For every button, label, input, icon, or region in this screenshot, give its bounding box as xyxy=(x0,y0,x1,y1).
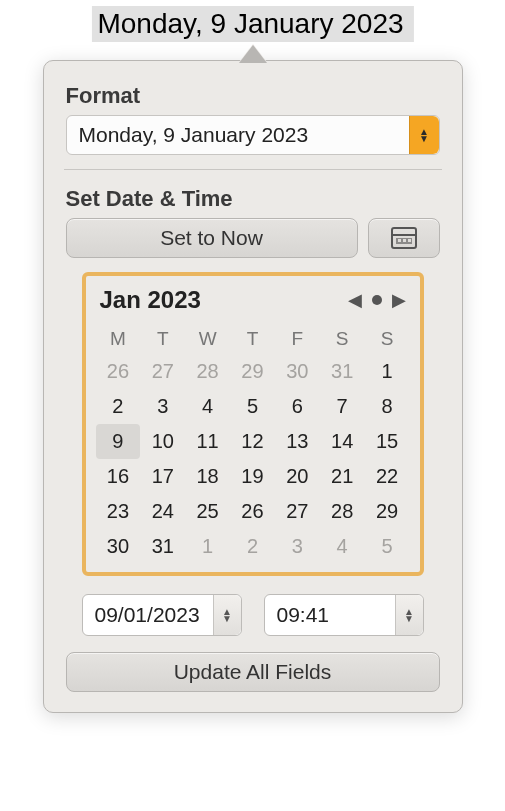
calendar-day[interactable]: 25 xyxy=(185,494,230,529)
calendar-day[interactable]: 31 xyxy=(140,529,185,564)
calendar-day[interactable]: 20 xyxy=(275,459,320,494)
format-label: Format xyxy=(66,83,440,109)
calendar-day[interactable]: 4 xyxy=(320,529,365,564)
time-stepper-icon[interactable]: ▲▼ xyxy=(395,595,423,635)
calendar-day[interactable]: 1 xyxy=(365,354,410,389)
calendar-day[interactable]: 1 xyxy=(185,529,230,564)
date-input[interactable]: 09/01/2023 ▲▼ xyxy=(82,594,242,636)
calendar-day[interactable]: 30 xyxy=(275,354,320,389)
calendar-day[interactable]: 31 xyxy=(320,354,365,389)
calendar-day[interactable]: 14 xyxy=(320,424,365,459)
date-input-value: 09/01/2023 xyxy=(95,603,200,627)
calendar-day[interactable]: 4 xyxy=(185,389,230,424)
time-input[interactable]: 09:41 ▲▼ xyxy=(264,594,424,636)
calendar-month-title: Jan 2023 xyxy=(100,286,201,314)
time-input-value: 09:41 xyxy=(277,603,330,627)
calendar-day[interactable]: 7 xyxy=(320,389,365,424)
update-all-fields-button[interactable]: Update All Fields xyxy=(66,652,440,692)
calendar-day[interactable]: 28 xyxy=(185,354,230,389)
calendar-day[interactable]: 12 xyxy=(230,424,275,459)
weekday-header: S xyxy=(365,324,410,354)
date-time-popover: Format Monday, 9 January 2023 ▲▼ Set Dat… xyxy=(43,60,463,713)
calendar-day[interactable]: 30 xyxy=(96,529,141,564)
prev-month-icon[interactable]: ◀ xyxy=(348,289,362,311)
calendar-day[interactable]: 11 xyxy=(185,424,230,459)
weekday-header: S xyxy=(320,324,365,354)
format-selected-value: Monday, 9 January 2023 xyxy=(79,123,309,147)
calendar-day[interactable]: 2 xyxy=(96,389,141,424)
weekday-header: F xyxy=(275,324,320,354)
calendar-day[interactable]: 23 xyxy=(96,494,141,529)
calendar-day[interactable]: 10 xyxy=(140,424,185,459)
calendar-day[interactable]: 2 xyxy=(230,529,275,564)
calendar-day[interactable]: 24 xyxy=(140,494,185,529)
calendar-day[interactable]: 22 xyxy=(365,459,410,494)
calendar-day[interactable]: 13 xyxy=(275,424,320,459)
calendar-day[interactable]: 27 xyxy=(275,494,320,529)
calendar-day[interactable]: 3 xyxy=(275,529,320,564)
calendar-day[interactable]: 26 xyxy=(96,354,141,389)
format-select[interactable]: Monday, 9 January 2023 ▲▼ xyxy=(66,115,440,155)
popover-tip xyxy=(239,44,267,62)
calendar-day[interactable]: 26 xyxy=(230,494,275,529)
insert-calendar-button[interactable] xyxy=(368,218,440,258)
calendar-day[interactable]: 29 xyxy=(230,354,275,389)
dropdown-arrows-icon: ▲▼ xyxy=(409,116,439,154)
calendar-day[interactable]: 16 xyxy=(96,459,141,494)
next-month-icon[interactable]: ▶ xyxy=(392,289,406,311)
calendar-day[interactable]: 5 xyxy=(365,529,410,564)
calendar-day[interactable]: 21 xyxy=(320,459,365,494)
weekday-header: W xyxy=(185,324,230,354)
calendar-day[interactable]: 9 xyxy=(96,424,141,459)
set-to-now-button[interactable]: Set to Now xyxy=(66,218,358,258)
calendar-day[interactable]: 15 xyxy=(365,424,410,459)
calendar-day[interactable]: 18 xyxy=(185,459,230,494)
calendar-day[interactable]: 5 xyxy=(230,389,275,424)
divider xyxy=(64,169,442,170)
calendar-day[interactable]: 6 xyxy=(275,389,320,424)
calendar-widget: Jan 2023 ◀ ▶ MTWTFSS 2627282930311234567… xyxy=(82,272,424,576)
calendar-day[interactable]: 27 xyxy=(140,354,185,389)
calendar-icon xyxy=(391,227,417,249)
calendar-day[interactable]: 19 xyxy=(230,459,275,494)
date-stepper-icon[interactable]: ▲▼ xyxy=(213,595,241,635)
set-date-time-label: Set Date & Time xyxy=(66,186,440,212)
calendar-nav: ◀ ▶ xyxy=(348,289,406,311)
weekday-header: T xyxy=(230,324,275,354)
weekday-header: T xyxy=(140,324,185,354)
calendar-day[interactable]: 29 xyxy=(365,494,410,529)
calendar-day[interactable]: 17 xyxy=(140,459,185,494)
calendar-grid: MTWTFSS 26272829303112345678910111213141… xyxy=(96,324,410,564)
document-date-field[interactable]: Monday, 9 January 2023 xyxy=(91,6,413,42)
today-dot-icon[interactable] xyxy=(372,295,382,305)
weekday-header: M xyxy=(96,324,141,354)
calendar-day[interactable]: 3 xyxy=(140,389,185,424)
calendar-day[interactable]: 28 xyxy=(320,494,365,529)
calendar-day[interactable]: 8 xyxy=(365,389,410,424)
